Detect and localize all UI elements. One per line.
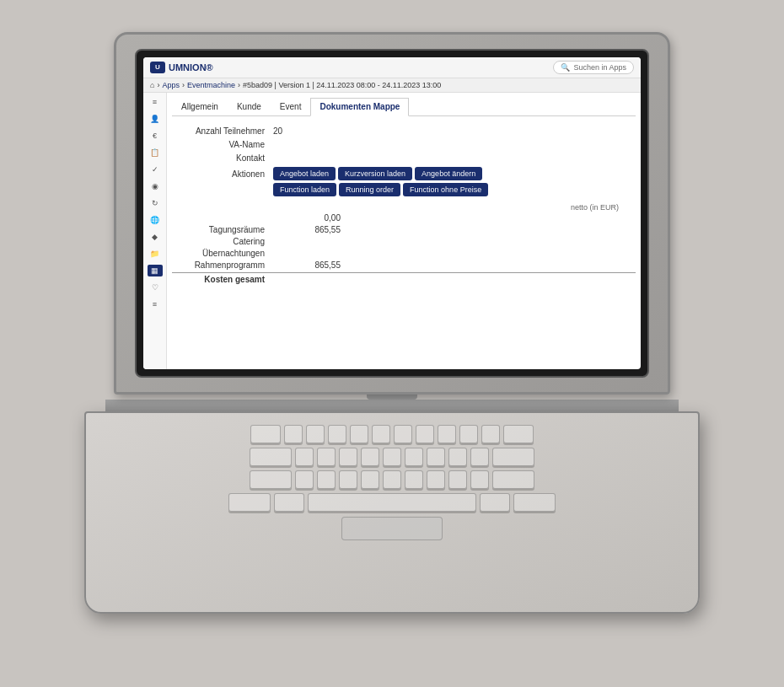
cost-row-0: 0,00: [172, 213, 636, 223]
key-f[interactable]: [361, 448, 379, 466]
breadcrumb-eventmachine[interactable]: Eventmachine: [187, 81, 235, 89]
btn-function-ohne-preise[interactable]: Function ohne Preise: [403, 183, 488, 196]
sidebar-icon-menu[interactable]: ≡: [148, 96, 163, 108]
key-d[interactable]: [339, 448, 357, 466]
key-a[interactable]: [295, 448, 314, 466]
keyboard-area: [84, 411, 700, 614]
top-bar: U UMNION® 🔍 Suchen in Apps: [143, 57, 641, 78]
key-v[interactable]: [361, 470, 379, 489]
btn-angebot-aendern[interactable]: Angebot ändern: [415, 167, 482, 180]
key-g[interactable]: [383, 448, 401, 466]
value-anzahl: 20: [273, 126, 282, 136]
key-row-1: [111, 425, 673, 443]
btn-function-laden[interactable]: Function laden: [273, 183, 336, 196]
key-l[interactable]: [470, 448, 489, 466]
key-i[interactable]: [438, 425, 456, 443]
screen-content: U UMNION® 🔍 Suchen in Apps ⌂ › Apps › Ev…: [143, 57, 641, 369]
key-caps[interactable]: [250, 448, 292, 466]
btn-angebot-laden[interactable]: Angebot laden: [273, 167, 336, 180]
tab-allgemein[interactable]: Allgemein: [172, 98, 228, 115]
buttons-grid: Angebot laden Kurzversion laden Angebot …: [273, 167, 492, 196]
breadcrumb-apps[interactable]: Apps: [162, 81, 180, 89]
key-alt-right[interactable]: [480, 493, 510, 512]
key-shift-left[interactable]: [250, 470, 292, 489]
key-b[interactable]: [383, 470, 401, 489]
key-ctrl-right[interactable]: [513, 493, 556, 512]
key-o[interactable]: [459, 425, 478, 443]
form-section: Anzahl Teilnehmer 20 VA-Name Kontakt: [172, 123, 636, 290]
logo-area: U UMNION®: [150, 62, 213, 73]
sidebar-icon-grid[interactable]: ▦: [148, 265, 163, 276]
home-icon[interactable]: ⌂: [150, 81, 154, 89]
key-z[interactable]: [295, 470, 314, 489]
key-alt[interactable]: [274, 493, 304, 512]
key-j[interactable]: [427, 448, 445, 466]
key-p[interactable]: [481, 425, 500, 443]
key-enter[interactable]: [492, 448, 534, 466]
sidebar-icon-docs[interactable]: 📋: [148, 147, 163, 158]
aktionen-row: Aktionen Angebot laden Kurzversion laden…: [172, 167, 636, 196]
btn-kurzversion-laden[interactable]: Kurzversion laden: [338, 167, 412, 180]
row-anzahl: Anzahl Teilnehmer 20: [172, 126, 636, 136]
search-placeholder: Suchen in Apps: [573, 63, 626, 72]
key-tab[interactable]: [250, 425, 281, 443]
main-layout: ≡ 👤 € 📋 ✓ ◉ ↻ 🌐 ◆ 📁 ▦ ♡ ≡: [143, 93, 641, 369]
key-backspace[interactable]: [503, 425, 534, 443]
key-s[interactable]: [317, 448, 336, 466]
tab-event[interactable]: Event: [271, 98, 311, 115]
key-e[interactable]: [328, 425, 346, 443]
key-space[interactable]: [308, 493, 476, 512]
label-vaname: VA-Name: [172, 140, 273, 149]
key-q[interactable]: [284, 425, 303, 443]
cost-header: netto (in EUR): [172, 203, 636, 212]
search-bar[interactable]: 🔍 Suchen in Apps: [553, 61, 634, 74]
key-row-4: [111, 493, 673, 512]
tab-dokumente[interactable]: Dokumenten Mappe: [310, 98, 409, 116]
key-x[interactable]: [317, 470, 336, 489]
sidebar-icon-heart[interactable]: ♡: [148, 282, 163, 293]
row-vaname: VA-Name: [172, 140, 636, 149]
key-h[interactable]: [405, 448, 423, 466]
keyboard-grid: [111, 425, 673, 512]
row-kontakt: Kontakt: [172, 153, 636, 163]
sidebar-icon-users[interactable]: 👤: [148, 113, 163, 125]
sidebar-icon-list[interactable]: ≡: [148, 298, 163, 310]
cost-label-tagungsraeume: Tagungsräume: [172, 225, 273, 234]
tab-kunde[interactable]: Kunde: [228, 98, 271, 115]
sidebar-icon-refresh[interactable]: ↻: [148, 197, 163, 209]
sidebar-icon-finance[interactable]: €: [148, 130, 163, 142]
label-aktionen: Aktionen: [172, 167, 273, 179]
key-t[interactable]: [372, 425, 390, 443]
key-c[interactable]: [339, 470, 357, 489]
breadcrumb: ⌂ › Apps › Eventmachine › #5bad09 | Vers…: [143, 78, 641, 93]
cost-label-rahmenprogramm: Rahmenprogramm: [172, 260, 273, 270]
key-row-3: [111, 470, 673, 489]
btn-running-order[interactable]: Running order: [339, 183, 400, 196]
cost-row-total: Kosten gesamt: [172, 272, 636, 284]
key-m[interactable]: [427, 470, 445, 489]
logo-icon: U: [150, 62, 165, 73]
key-y[interactable]: [394, 425, 412, 443]
content-area: Allgemein Kunde Event Dokumenten Mappe A…: [167, 93, 641, 369]
sidebar-icon-check[interactable]: ✓: [148, 164, 163, 175]
touchpad[interactable]: [341, 517, 443, 540]
key-u[interactable]: [416, 425, 434, 443]
sidebar-icon-circle[interactable]: ◉: [148, 180, 163, 192]
sidebar-icon-folder[interactable]: 📁: [148, 248, 163, 260]
sidebar-icon-globe[interactable]: 🌐: [148, 214, 163, 226]
key-row-2: [111, 448, 673, 466]
label-anzahl: Anzahl Teilnehmer: [172, 126, 273, 136]
key-comma[interactable]: [448, 470, 467, 489]
key-shift-right[interactable]: [492, 470, 534, 489]
label-kontakt: Kontakt: [172, 153, 273, 163]
key-period[interactable]: [470, 470, 489, 489]
key-n[interactable]: [405, 470, 423, 489]
key-r[interactable]: [350, 425, 368, 443]
key-w[interactable]: [306, 425, 325, 443]
cost-value-rahmenprogramm: 865,55: [273, 260, 341, 270]
sidebar-icon-diamond[interactable]: ◆: [148, 231, 163, 243]
key-k[interactable]: [448, 448, 467, 466]
key-ctrl[interactable]: [228, 493, 271, 512]
cost-row-catering: Catering: [172, 237, 636, 246]
cost-row-rahmenprogramm: Rahmenprogramm 865,55: [172, 260, 636, 270]
